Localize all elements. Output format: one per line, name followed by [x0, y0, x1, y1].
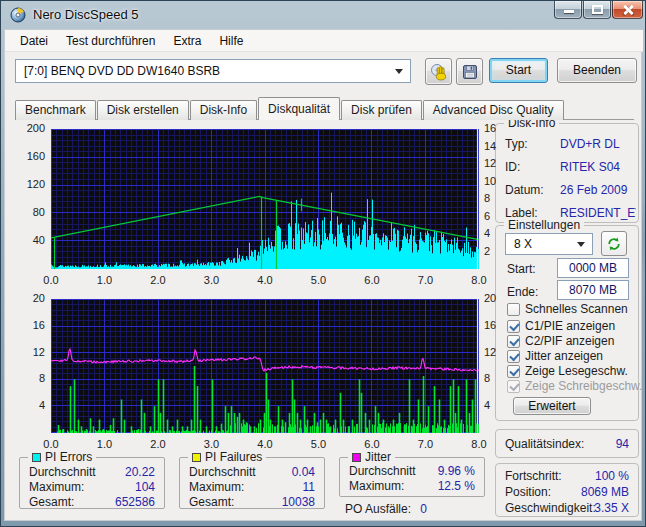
stat-label: Maximum:: [349, 479, 404, 493]
minimize-icon: [564, 10, 574, 13]
disk-date-value: 26 Feb 2009: [560, 183, 627, 197]
end-position-input[interactable]: 8070 MB: [557, 280, 629, 300]
maximize-button[interactable]: [583, 1, 611, 19]
speed-label: Geschwindigkeit:: [505, 501, 596, 515]
axis-tick-label: 1.0: [97, 438, 112, 450]
axis-tick-label: 16: [17, 319, 45, 331]
axis-tick-label: 6.0: [364, 438, 379, 450]
menu-test-durchfuehren[interactable]: Test durchführen: [57, 31, 164, 51]
app-icon: [10, 7, 26, 23]
stat-value: 10038: [282, 495, 315, 509]
jitter-legend-icon: [352, 453, 361, 462]
start-button[interactable]: Start: [489, 58, 548, 83]
quality-index-box: Qualitätsindex: 94: [495, 429, 639, 458]
checkbox-zeige-schreibgeschw[interactable]: Zeige Schreibgeschw.: [507, 379, 642, 393]
axis-tick-label: 16: [484, 319, 496, 331]
axis-tick-label: 8.0: [471, 438, 486, 450]
caption-buttons: [554, 1, 643, 19]
axis-tick-label: 20: [17, 292, 45, 304]
start-position-input[interactable]: 0000 MB: [557, 258, 629, 278]
stat-label: Maximum:: [189, 480, 244, 494]
checkbox-icon: [507, 350, 520, 363]
tab-disk-erstellen[interactable]: Disk erstellen: [97, 100, 189, 120]
position-label: Position:: [505, 485, 551, 499]
pi-errors-legend-icon: [32, 453, 41, 462]
floppy-icon: [462, 64, 478, 80]
drive-selector[interactable]: [7:0] BENQ DVD DD DW1640 BSRB: [15, 59, 411, 83]
menu-hilfe[interactable]: Hilfe: [210, 31, 252, 51]
tab-disk-info[interactable]: Disk-Info: [190, 100, 257, 120]
axis-tick-label: 80: [17, 206, 45, 218]
checkbox-schnelles-scannen[interactable]: Schnelles Scannen: [507, 302, 628, 316]
quit-button[interactable]: Beenden: [557, 58, 637, 83]
axis-tick-label: 40: [17, 234, 45, 246]
speed-value: 3.35 X: [594, 501, 629, 515]
stat-label: Maximum:: [29, 480, 84, 494]
stat-label: Gesamt:: [189, 495, 234, 509]
checkbox-jitter-anzeigen[interactable]: Jitter anzeigen: [507, 349, 603, 363]
axis-tick-label: 5.0: [311, 438, 326, 450]
axis-tick-label: 14: [484, 140, 496, 152]
eject-button[interactable]: [425, 58, 452, 85]
speed-selector[interactable]: 8 X: [505, 233, 593, 255]
title-bar[interactable]: Nero DiscSpeed 5: [1, 1, 645, 29]
axis-tick-label: 4: [484, 399, 490, 411]
close-button[interactable]: [612, 1, 643, 19]
minimize-button[interactable]: [554, 1, 582, 19]
checkbox-icon: [507, 335, 520, 348]
pi-errors-chart: [51, 129, 479, 269]
stat-label: Durchschnitt: [29, 465, 96, 479]
axis-tick-label: 2: [484, 245, 490, 257]
stat-label: Durchschnitt: [349, 464, 416, 478]
refresh-speeds-button[interactable]: [601, 231, 627, 256]
tab-benchmark[interactable]: Benchmark: [15, 100, 96, 120]
tab-advanced-disc-quality[interactable]: Advanced Disc Quality: [423, 100, 564, 120]
checkbox-c2-pif-anzeigen[interactable]: C2/PIF anzeigen: [507, 334, 614, 348]
axis-tick-label: 8: [484, 372, 490, 384]
stat-value: 104: [135, 480, 155, 494]
quality-index-label: Qualitätsindex:: [505, 437, 584, 451]
menu-datei[interactable]: Datei: [11, 31, 57, 51]
stat-value: 9.96 %: [438, 464, 475, 478]
axis-tick-label: 8: [17, 372, 45, 384]
checkbox-icon: [507, 303, 520, 316]
axis-tick-label: 12: [484, 157, 496, 169]
axis-tick-label: 10: [484, 175, 496, 187]
axis-tick-label: 8: [484, 192, 490, 204]
checkbox-c1-pie-anzeigen[interactable]: C1/PIE anzeigen: [507, 319, 615, 333]
pi-failures-group-title: PI Failures: [205, 450, 262, 464]
progress-box: Fortschritt:100 % Position:8069 MB Gesch…: [495, 463, 639, 517]
axis-tick-label: 3.0: [204, 438, 219, 450]
pi-errors-group-title: PI Errors: [45, 450, 92, 464]
axis-tick-label: 0.0: [43, 274, 58, 286]
tab-diskqualitaet[interactable]: Diskqualität: [258, 97, 340, 120]
jitter-stats-group: Jitter Durchschnitt9.96 % Maximum:12.5 %: [339, 457, 485, 497]
stat-value: 11: [303, 480, 315, 494]
axis-tick-label: 12: [17, 346, 45, 358]
close-icon: [623, 4, 633, 15]
axis-tick-label: 4: [484, 227, 490, 239]
axis-tick-label: 20: [484, 292, 496, 304]
pi-failures-legend-icon: [192, 453, 201, 462]
stat-label: Durchschnitt: [189, 465, 256, 479]
tab-disk-pruefen[interactable]: Disk prüfen: [341, 100, 422, 120]
axis-tick-label: 160: [17, 150, 45, 162]
stat-value: 20.22: [125, 465, 155, 479]
axis-tick-label: 16: [484, 122, 496, 134]
axis-tick-label: 3.0: [204, 274, 219, 286]
po-failures-row: PO Ausfälle: 0: [345, 502, 427, 517]
axis-tick-label: 12: [484, 346, 496, 358]
save-button[interactable]: [456, 58, 483, 85]
quality-index-value: 94: [616, 437, 629, 451]
stat-label: Gesamt:: [29, 495, 74, 509]
disk-date-label: Datum:: [505, 183, 544, 197]
start-position-label: Start:: [507, 262, 536, 276]
pi-failures-jitter-chart: [51, 299, 479, 433]
checkbox-zeige-lesegeschw[interactable]: Zeige Lesegeschw.: [507, 364, 628, 378]
position-value: 8069 MB: [581, 485, 629, 499]
disk-id-label: ID:: [505, 160, 520, 174]
disk-type-label: Typ:: [505, 137, 528, 151]
advanced-button[interactable]: Erweitert: [513, 397, 591, 415]
pi-failures-stats-group: PI Failures Durchschnitt0.04 Maximum:11 …: [179, 457, 325, 509]
menu-extra[interactable]: Extra: [164, 31, 210, 51]
